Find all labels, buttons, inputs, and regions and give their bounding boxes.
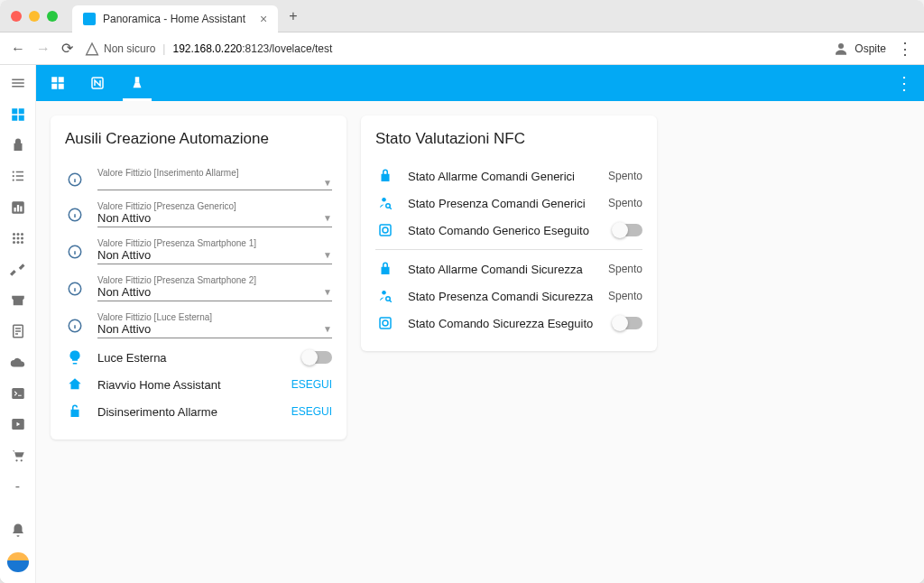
card-automation: Ausili Creazione Automazione Valore Fitt… <box>51 116 346 440</box>
maximize-window-button[interactable] <box>47 11 58 22</box>
play-icon[interactable] <box>8 415 28 433</box>
command-icon <box>375 315 395 331</box>
svg-point-30 <box>15 459 17 461</box>
select-row: Valore Fittizio [Presenza Smartphone 1] … <box>65 233 332 270</box>
close-window-button[interactable] <box>11 11 22 22</box>
svg-point-53 <box>382 198 386 202</box>
svg-point-58 <box>382 291 386 295</box>
close-tab-icon[interactable]: × <box>260 12 267 26</box>
list-icon[interactable] <box>8 167 28 185</box>
select-input[interactable]: Valore Fittizio [Presenza Smartphone 2] … <box>97 275 332 301</box>
card-title: Stato Valutazioni NFC <box>375 130 642 148</box>
grid-icon[interactable] <box>8 229 28 247</box>
header-menu-button[interactable]: ⋮ <box>895 72 913 94</box>
status-row: Stato Presenza Comandi Sicurezza Spento <box>375 282 642 310</box>
select-row: Valore Fittizio [Luce Esterna] Non Attiv… <box>65 307 332 344</box>
header-tab-nfc[interactable] <box>87 65 108 101</box>
svg-rect-1 <box>12 108 17 114</box>
header-tab-test[interactable] <box>126 65 148 101</box>
select-row: Valore Fittizio [Presenza Generico] Non … <box>65 196 332 233</box>
card-nfc: Stato Valutazioni NFC Stato Allarme Coma… <box>361 116 657 351</box>
svg-point-57 <box>383 227 388 233</box>
svg-rect-3 <box>12 115 17 120</box>
status-row: Stato Comando Generico Eseguito <box>375 217 642 244</box>
cloud-icon[interactable] <box>8 354 28 372</box>
person-search-icon <box>375 288 395 304</box>
person-search-icon <box>375 195 395 211</box>
execute-button[interactable]: ESEGUI <box>291 405 332 418</box>
content: Ausili Creazione Automazione Valore Fitt… <box>36 101 924 583</box>
state-text: Spento <box>608 197 642 209</box>
state-text: Spento <box>608 263 642 275</box>
svg-point-15 <box>13 233 15 236</box>
url-bar: ← → ⟳ Non sicuro | 192.168.0.220:8123/lo… <box>0 32 924 65</box>
wrench-icon[interactable] <box>8 260 28 278</box>
lock-open-icon <box>65 403 85 420</box>
svg-rect-34 <box>51 84 57 89</box>
dashboard-icon[interactable] <box>8 105 28 123</box>
svg-point-21 <box>13 241 15 244</box>
lightbulb-icon <box>65 349 85 366</box>
state-text: Spento <box>608 290 642 302</box>
menu-icon[interactable] <box>8 74 28 92</box>
select-input[interactable]: Valore Fittizio [Inserimento Allarme] ▼ <box>97 168 332 190</box>
address-field[interactable]: Non sicuro | 192.168.0.220:8123/lovelace… <box>84 41 822 57</box>
chevron-down-icon: ▼ <box>323 250 332 260</box>
command-toggle[interactable] <box>614 224 642 236</box>
restart-row: Riavvio Home Assistant ESEGUI <box>65 371 332 398</box>
chevron-down-icon: ▼ <box>323 287 332 297</box>
svg-point-7 <box>12 175 14 177</box>
command-toggle[interactable] <box>614 317 642 329</box>
terminal-icon[interactable] <box>8 384 28 403</box>
select-row: Valore Fittizio [Presenza Smartphone 2] … <box>65 270 332 307</box>
store-icon[interactable] <box>8 292 28 310</box>
select-input[interactable]: Valore Fittizio [Presenza Generico] Non … <box>97 201 332 227</box>
more-icon[interactable]: - <box>8 477 28 495</box>
card-title: Ausili Creazione Automazione <box>65 130 332 148</box>
browser-tab[interactable]: Panoramica - Home Assistant × <box>72 5 278 32</box>
sidebar: - <box>0 65 36 583</box>
info-icon <box>65 207 85 223</box>
svg-line-60 <box>390 301 392 302</box>
insecure-badge: Non sicuro <box>84 41 155 57</box>
light-toggle[interactable] <box>303 351 332 364</box>
tab-favicon <box>83 13 96 25</box>
titlebar: Panoramica - Home Assistant × + <box>0 0 924 32</box>
select-input[interactable]: Valore Fittizio [Presenza Smartphone 1] … <box>97 238 332 264</box>
forward-button[interactable]: → <box>36 41 51 57</box>
execute-button[interactable]: ESEGUI <box>291 378 332 391</box>
user-avatar[interactable] <box>7 552 29 572</box>
cart-icon[interactable] <box>8 447 28 465</box>
header-tab-dashboard[interactable] <box>47 65 69 101</box>
svg-rect-6 <box>15 171 23 173</box>
profile-button[interactable]: Ospite <box>833 41 886 57</box>
svg-rect-12 <box>14 208 15 212</box>
svg-point-0 <box>838 43 844 49</box>
divider <box>375 249 642 250</box>
svg-point-18 <box>13 237 15 240</box>
select-input[interactable]: Valore Fittizio [Luce Esterna] Non Attiv… <box>97 312 332 338</box>
svg-rect-37 <box>135 77 140 82</box>
chart-icon[interactable] <box>8 199 28 217</box>
minimize-window-button[interactable] <box>29 11 40 22</box>
svg-point-5 <box>12 171 14 173</box>
back-button[interactable]: ← <box>11 41 25 57</box>
svg-point-23 <box>21 241 23 244</box>
svg-line-55 <box>390 208 392 209</box>
browser-menu-button[interactable]: ⋮ <box>897 39 913 59</box>
command-icon <box>375 222 395 238</box>
doc-icon[interactable] <box>8 322 28 340</box>
info-icon <box>65 244 85 260</box>
state-text: Spento <box>608 170 642 182</box>
svg-rect-61 <box>380 318 391 329</box>
svg-rect-13 <box>16 205 18 212</box>
person-icon <box>833 41 849 57</box>
info-icon <box>65 171 85 188</box>
status-row: Stato Presenza Comandi Generici Spento <box>375 190 642 217</box>
bell-icon[interactable] <box>8 521 28 539</box>
new-tab-button[interactable]: + <box>289 8 297 24</box>
map-icon[interactable] <box>8 136 28 154</box>
svg-rect-4 <box>18 115 23 120</box>
status-row: Stato Allarme Comandi Sicurezza Spento <box>375 255 642 282</box>
reload-button[interactable]: ⟳ <box>61 40 73 57</box>
